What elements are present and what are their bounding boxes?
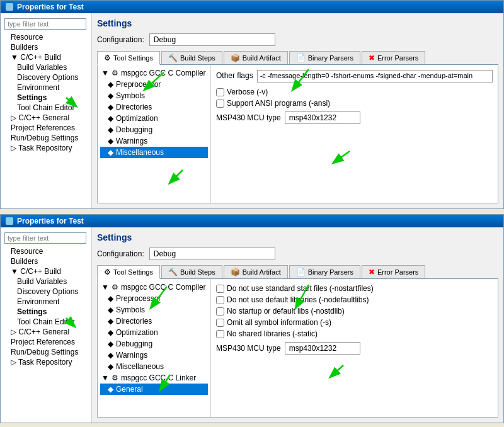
tab-bs-icon-1: 🔨 — [168, 54, 178, 62]
p2-tab-build-steps[interactable]: 🔨 Build Steps — [161, 265, 222, 278]
panel1-main: Settings Configuration: Debug ⚙ Tool Set… — [92, 13, 503, 208]
cb-ansi-check[interactable] — [216, 100, 224, 108]
p2-cb-omit-sym: Omit all symbol information (-s) — [216, 318, 493, 327]
p2-linker-expand: ▼ — [101, 373, 109, 382]
panel1-title: Properties for Test — [1, 1, 503, 13]
p2-cb-nostartfiles-check[interactable] — [216, 285, 224, 293]
p2-cb-static: No shared libraries (-static) — [216, 329, 493, 338]
p2-tab-error-parsers[interactable]: ✖ Error Parsers — [362, 265, 425, 278]
sidebar-item-project-refs[interactable]: Project References — [1, 123, 91, 133]
p2-misc-icon: ◆ — [108, 362, 113, 371]
panel1-icon — [6, 3, 13, 11]
panel2-compiler-tree: ▼ ⚙ mspgcc GCC C Compiler ◆ Preprocessor… — [98, 279, 211, 417]
p2-tab-tool-settings[interactable]: ⚙ Tool Settings — [97, 265, 160, 279]
sidebar-item-toolchain[interactable]: Tool Chain Editor — [1, 103, 91, 113]
tab-error-parsers-1[interactable]: ✖ Error Parsers — [362, 51, 425, 64]
p2-cb-nostartfiles-label: Do not use standard start files (-nostar… — [227, 284, 374, 293]
p2-tab-bp-icon: 📄 — [296, 268, 306, 276]
p2-cb-omit-sym-check[interactable] — [216, 319, 224, 327]
p2-sidebar-settings[interactable]: Settings — [1, 307, 91, 317]
sidebar-item-resource[interactable]: Resource — [1, 32, 91, 42]
sidebar-item-task-repo[interactable]: ▷ Task Repository — [1, 143, 91, 153]
sidebar-item-builders[interactable]: Builders — [1, 42, 91, 52]
compiler-item-optimization[interactable]: ◆ Optimization — [100, 113, 208, 124]
p2-compiler-gcc[interactable]: ▼ ⚙ mspgcc GCC C Compiler — [100, 282, 208, 293]
panel1-compiler-tree: ▼ ⚙ mspgcc GCC C Compiler ◆ Preprocessor… — [98, 65, 211, 203]
p2-dir-icon: ◆ — [108, 317, 113, 326]
p2-cb-omit-sym-label: Omit all symbol information (-s) — [227, 318, 331, 327]
sidebar-item-discovery[interactable]: Discovery Options — [1, 72, 91, 83]
compiler-item-directories[interactable]: ◆ Directories — [100, 101, 208, 113]
p2-cb-nostdlib-label: No startup or default libs (-nostdlib) — [227, 307, 345, 316]
tab-build-artifact-1[interactable]: 📦 Build Artifact — [224, 51, 288, 64]
p2-linker-gear: ⚙ — [112, 373, 118, 382]
p2-tab-binary-parsers[interactable]: 📄 Binary Parsers — [289, 265, 360, 278]
p2-sidebar-build-vars[interactable]: Build Variables — [1, 276, 91, 287]
p2-cb-nostdlib-check[interactable] — [216, 307, 224, 316]
p2-warn-icon: ◆ — [108, 351, 113, 360]
panel2-body: Resource Builders ▼ C/C++ Build Build Va… — [1, 227, 503, 423]
p2-warn[interactable]: ◆ Warnings — [100, 350, 208, 361]
p2-gcc-expand: ▼ — [101, 283, 109, 292]
tab-tool-settings-1[interactable]: ⚙ Tool Settings — [97, 51, 160, 65]
tab-build-steps-1[interactable]: 🔨 Build Steps — [161, 51, 222, 64]
tab-bp-icon-1: 📄 — [296, 54, 306, 62]
panel1: Properties for Test Resource Builders ▼ … — [0, 0, 504, 209]
panel2-filter-input[interactable] — [4, 232, 86, 244]
p2-cb-nodefaultlibs-label: Do not use default libraries (-nodefault… — [227, 295, 369, 304]
p2-linker[interactable]: ▼ ⚙ mspgcc GCC C Linker — [100, 372, 208, 384]
panel2-config-value: Debug — [149, 248, 275, 260]
dir-icon: ◆ — [108, 103, 113, 111]
p2-dir[interactable]: ◆ Directories — [100, 316, 208, 327]
gcc-label: mspgcc GCC C Compiler — [121, 69, 206, 77]
compiler-item-symbols[interactable]: ◆ Symbols — [100, 90, 208, 101]
p2-sym[interactable]: ◆ Symbols — [100, 304, 208, 316]
compiler-item-warnings[interactable]: ◆ Warnings — [100, 135, 208, 147]
p2-dbg[interactable]: ◆ Debugging — [100, 338, 208, 350]
p2-cb-nostartfiles: Do not use standard start files (-nostar… — [216, 284, 493, 293]
p2-sidebar-resource[interactable]: Resource — [1, 246, 91, 256]
p2-sidebar-builders[interactable]: Builders — [1, 256, 91, 266]
sidebar-item-cpp-build[interactable]: ▼ C/C++ Build — [1, 52, 91, 62]
p2-sidebar-cpp-build[interactable]: ▼ C/C++ Build — [1, 266, 91, 276]
compiler-item-misc[interactable]: ◆ Miscellaneous — [100, 147, 208, 158]
p2-gcc-label: mspgcc GCC C Compiler — [121, 283, 206, 292]
p2-tab-bs-icon: 🔨 — [168, 268, 178, 276]
p2-general[interactable]: ◆ General — [100, 384, 208, 395]
p2-misc[interactable]: ◆ Miscellaneous — [100, 361, 208, 372]
panel1-config-value: Debug — [149, 33, 275, 46]
panel2: Properties for Test Resource Builders ▼ … — [0, 214, 504, 423]
p2-sidebar-run-debug[interactable]: Run/Debug Settings — [1, 347, 91, 357]
sidebar-item-settings[interactable]: Settings — [1, 93, 91, 103]
sidebar-item-cpp-general[interactable]: ▷ C/C++ General — [1, 113, 91, 123]
panel1-mcu-row: MSP430 MCU type msp430x1232 — [216, 111, 493, 124]
compiler-item-debugging[interactable]: ◆ Debugging — [100, 124, 208, 135]
panel1-sidebar: Resource Builders ▼ C/C++ Build Build Va… — [1, 13, 92, 208]
panel2-mcu-row: MSP430 MCU type msp430x1232 — [216, 342, 493, 355]
p2-cb-nodefaultlibs-check[interactable] — [216, 296, 224, 304]
p2-opt[interactable]: ◆ Optimization — [100, 327, 208, 338]
misc-icon: ◆ — [108, 148, 113, 157]
p2-sidebar-environment[interactable]: Environment — [1, 297, 91, 307]
p2-sidebar-discovery[interactable]: Discovery Options — [1, 287, 91, 297]
compiler-item-preprocessor[interactable]: ◆ Preprocessor — [100, 79, 208, 90]
panel1-filter-input[interactable] — [4, 18, 86, 30]
panel1-title-text: Properties for Test — [17, 3, 84, 11]
tab-binary-parsers-1[interactable]: 📄 Binary Parsers — [289, 51, 360, 64]
sidebar-item-environment[interactable]: Environment — [1, 83, 91, 93]
compiler-item-gcc[interactable]: ▼ ⚙ mspgcc GCC C Compiler — [100, 67, 208, 79]
p2-sidebar-toolchain[interactable]: Tool Chain Editor — [1, 317, 91, 327]
cb-verbose-check[interactable] — [216, 88, 224, 96]
panel1-flags-row: Other flags -c -fmessage-length=0 -fshor… — [216, 70, 493, 83]
sidebar-item-build-variables[interactable]: Build Variables — [1, 62, 91, 72]
p2-cb-static-check[interactable] — [216, 330, 224, 338]
panel2-right-panel: Do not use standard start files (-nostar… — [211, 279, 498, 417]
p2-opt-icon: ◆ — [108, 328, 113, 337]
opt-icon: ◆ — [108, 114, 113, 123]
p2-pre[interactable]: ◆ Preprocessor — [100, 293, 208, 304]
p2-sidebar-task-repo[interactable]: ▷ Task Repository — [1, 357, 91, 367]
sidebar-item-run-debug[interactable]: Run/Debug Settings — [1, 133, 91, 143]
p2-sidebar-proj-refs[interactable]: Project References — [1, 337, 91, 347]
p2-tab-build-artifact[interactable]: 📦 Build Artifact — [224, 265, 288, 278]
p2-sidebar-cpp-general[interactable]: ▷ C/C++ General — [1, 327, 91, 337]
